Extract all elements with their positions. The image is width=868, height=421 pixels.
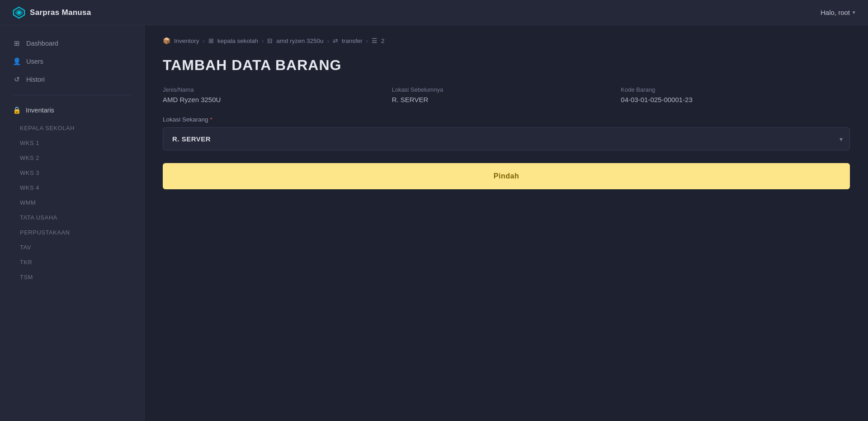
info-col-lokasi-sebelumnya: Lokasi Sebelumnya R. SERVER: [392, 86, 621, 103]
sidebar-sub-item-wks4[interactable]: WKS 4: [0, 180, 144, 195]
lock-icon: 🔒: [13, 106, 21, 114]
kode-barang-label: Kode Barang: [621, 86, 850, 93]
breadcrumb-transfer-link[interactable]: transfer: [342, 37, 363, 44]
brand-name: Sarpras Manusa: [30, 8, 91, 17]
breadcrumb-sep-4: ›: [366, 37, 368, 44]
brand: Sarpras Manusa: [13, 6, 91, 19]
location-select[interactable]: R. SERVER KEPALA SEKOLAH WKS 1 WKS 2 WKS…: [163, 127, 850, 150]
breadcrumb-sep-1: ›: [203, 37, 205, 44]
sidebar-item-dashboard[interactable]: ⊞ Dashboard: [0, 34, 144, 52]
breadcrumb-sep-2: ›: [262, 37, 264, 44]
users-icon: 👤: [13, 57, 21, 65]
form-area: TAMBAH DATA BARANG Jenis/Nama AMD Ryzen …: [145, 52, 868, 207]
sidebar-sub-item-kepala-sekolah[interactable]: KEPALA SEKOLAH: [0, 121, 144, 136]
number-breadcrumb-icon: ☰: [372, 37, 377, 44]
jenis-nama-value: AMD Ryzen 3250U: [163, 96, 392, 103]
breadcrumb-inventory[interactable]: 📦 Inventory: [163, 37, 199, 44]
breadcrumb: 📦 Inventory › ⊞ kepala sekolah › ⊟ amd r…: [145, 25, 868, 52]
sidebar-section-label: Inventaris: [26, 107, 54, 114]
histori-icon: ↺: [13, 75, 21, 84]
top-navigation: Sarpras Manusa Halo, root ▾: [0, 0, 868, 25]
lokasi-sebelumnya-label: Lokasi Sebelumnya: [392, 86, 621, 93]
breadcrumb-kepala-link[interactable]: kepala sekolah: [217, 37, 258, 44]
dashboard-icon: ⊞: [13, 39, 21, 47]
info-col-kode-barang: Kode Barang 04-03-01-025-00001-23: [621, 86, 850, 103]
kepala-breadcrumb-icon: ⊞: [208, 37, 214, 44]
sidebar-sub-item-wks2[interactable]: WKS 2: [0, 150, 144, 165]
sidebar-sub-item-tav[interactable]: TAV: [0, 240, 144, 255]
sidebar-divider: [13, 95, 132, 95]
lokasi-sekarang-label: Lokasi Sekarang *: [163, 116, 850, 123]
sidebar-sub-item-perpustakaan[interactable]: PERPUSTAKAAN: [0, 225, 144, 240]
breadcrumb-amd-link[interactable]: amd ryzen 3250u: [276, 37, 323, 44]
sidebar-users-label: Users: [26, 58, 43, 65]
sidebar-histori-label: Histori: [26, 76, 45, 83]
kode-barang-value: 04-03-01-025-00001-23: [621, 96, 850, 103]
sidebar-sub-item-tata-usaha[interactable]: TATA USAHA: [0, 210, 144, 225]
sidebar-item-histori[interactable]: ↺ Histori: [0, 70, 144, 89]
info-row: Jenis/Nama AMD Ryzen 3250U Lokasi Sebelu…: [163, 86, 850, 103]
info-col-jenis: Jenis/Nama AMD Ryzen 3250U: [163, 86, 392, 103]
brand-logo-icon: [13, 6, 25, 19]
breadcrumb-kepala-sekolah[interactable]: ⊞ kepala sekolah: [208, 37, 258, 44]
transfer-breadcrumb-icon: ⇄: [333, 37, 338, 44]
sidebar-sub-item-tsm[interactable]: TSM: [0, 270, 144, 285]
breadcrumb-amd[interactable]: ⊟ amd ryzen 3250u: [267, 37, 323, 44]
sidebar-sub-item-wmm[interactable]: WMM: [0, 195, 144, 210]
sidebar-sub-item-tkr[interactable]: TKR: [0, 255, 144, 270]
amd-breadcrumb-icon: ⊟: [267, 37, 273, 44]
user-menu[interactable]: Halo, root ▾: [821, 9, 855, 16]
user-greeting: Halo, root: [821, 9, 850, 16]
sidebar-sub-item-wks1[interactable]: WKS 1: [0, 136, 144, 150]
sidebar-dashboard-label: Dashboard: [26, 40, 58, 47]
lokasi-sebelumnya-value: R. SERVER: [392, 96, 621, 103]
breadcrumb-number: ☰ 2: [372, 37, 385, 44]
main-body: ⊞ Dashboard 👤 Users ↺ Histori 🔒 Inventar…: [0, 25, 868, 421]
breadcrumb-number-value: 2: [381, 37, 385, 44]
breadcrumb-inventory-link[interactable]: Inventory: [174, 37, 199, 44]
page-title: TAMBAH DATA BARANG: [163, 57, 850, 74]
jenis-nama-label: Jenis/Nama: [163, 86, 392, 93]
location-select-wrapper: R. SERVER KEPALA SEKOLAH WKS 1 WKS 2 WKS…: [163, 127, 850, 150]
breadcrumb-sep-3: ›: [327, 37, 329, 44]
sidebar: ⊞ Dashboard 👤 Users ↺ Histori 🔒 Inventar…: [0, 25, 145, 421]
main-content: 📦 Inventory › ⊞ kepala sekolah › ⊟ amd r…: [145, 25, 868, 421]
sidebar-section-inventaris: 🔒 Inventaris: [0, 102, 144, 121]
inventory-breadcrumb-icon: 📦: [163, 37, 170, 44]
sidebar-sub-item-wks3[interactable]: WKS 3: [0, 165, 144, 180]
required-star: *: [210, 116, 212, 123]
lokasi-sekarang-field: Lokasi Sekarang * R. SERVER KEPALA SEKOL…: [163, 116, 850, 150]
pindah-button[interactable]: Pindah: [163, 163, 850, 189]
breadcrumb-transfer[interactable]: ⇄ transfer: [333, 37, 363, 44]
chevron-down-icon: ▾: [853, 9, 855, 15]
sidebar-item-users[interactable]: 👤 Users: [0, 52, 144, 70]
